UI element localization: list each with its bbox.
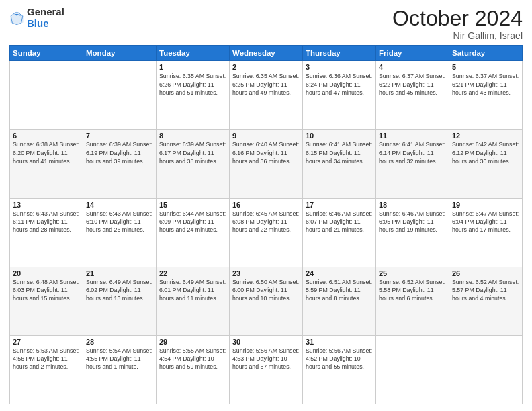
day-number: 21 — [86, 269, 153, 277]
day-info: Sunrise: 5:53 AM Sunset: 4:56 PM Dayligh… — [13, 347, 80, 371]
table-cell: 26Sunrise: 6:52 AM Sunset: 5:57 PM Dayli… — [449, 267, 523, 335]
day-info: Sunrise: 6:49 AM Sunset: 6:01 PM Dayligh… — [159, 278, 226, 303]
table-cell: 29Sunrise: 5:55 AM Sunset: 4:54 PM Dayli… — [157, 335, 230, 404]
day-info: Sunrise: 5:54 AM Sunset: 4:55 PM Dayligh… — [86, 347, 153, 371]
table-cell: 24Sunrise: 6:51 AM Sunset: 5:59 PM Dayli… — [303, 267, 376, 335]
day-number: 11 — [379, 132, 446, 140]
day-number: 12 — [452, 132, 519, 140]
day-number: 19 — [452, 201, 519, 209]
table-cell: 27Sunrise: 5:53 AM Sunset: 4:56 PM Dayli… — [10, 335, 83, 404]
table-cell: 1Sunrise: 6:35 AM Sunset: 6:26 PM Daylig… — [157, 61, 230, 130]
day-info: Sunrise: 6:37 AM Sunset: 6:21 PM Dayligh… — [452, 72, 519, 97]
day-info: Sunrise: 6:51 AM Sunset: 5:59 PM Dayligh… — [306, 278, 373, 303]
table-cell: 17Sunrise: 6:46 AM Sunset: 6:07 PM Dayli… — [303, 198, 376, 267]
weekday-header-row: Sunday Monday Tuesday Wednesday Thursday… — [10, 46, 523, 61]
col-thursday: Thursday — [303, 46, 376, 61]
day-number: 31 — [306, 338, 373, 346]
day-info: Sunrise: 6:35 AM Sunset: 6:26 PM Dayligh… — [159, 72, 226, 97]
col-friday: Friday — [376, 46, 449, 61]
week-row-5: 27Sunrise: 5:53 AM Sunset: 4:56 PM Dayli… — [10, 335, 523, 404]
day-number: 18 — [379, 201, 446, 209]
day-info: Sunrise: 6:37 AM Sunset: 6:22 PM Dayligh… — [379, 72, 446, 97]
title-area: October 2024 Nir Gallim, Israel — [392, 7, 523, 41]
day-number: 17 — [306, 201, 373, 209]
table-cell: 3Sunrise: 6:36 AM Sunset: 6:24 PM Daylig… — [303, 61, 376, 130]
generalblue-logo-icon — [9, 11, 24, 26]
logo: General Blue — [9, 7, 64, 29]
table-cell: 20Sunrise: 6:48 AM Sunset: 6:03 PM Dayli… — [10, 267, 83, 335]
table-cell: 6Sunrise: 6:38 AM Sunset: 6:20 PM Daylig… — [10, 130, 83, 198]
table-cell: 8Sunrise: 6:39 AM Sunset: 6:17 PM Daylig… — [157, 130, 230, 198]
location: Nir Gallim, Israel — [392, 30, 523, 41]
day-info: Sunrise: 6:50 AM Sunset: 6:00 PM Dayligh… — [232, 278, 300, 303]
table-cell: 15Sunrise: 6:44 AM Sunset: 6:09 PM Dayli… — [157, 198, 230, 267]
logo-general-text: General — [27, 7, 64, 18]
day-number: 6 — [13, 132, 80, 140]
day-number: 5 — [452, 63, 519, 71]
day-info: Sunrise: 6:44 AM Sunset: 6:09 PM Dayligh… — [159, 210, 226, 234]
table-cell: 23Sunrise: 6:50 AM Sunset: 6:00 PM Dayli… — [230, 267, 303, 335]
table-cell: 4Sunrise: 6:37 AM Sunset: 6:22 PM Daylig… — [376, 61, 449, 130]
table-cell: 10Sunrise: 6:41 AM Sunset: 6:15 PM Dayli… — [303, 130, 376, 198]
month-title: October 2024 — [392, 7, 523, 30]
day-number: 13 — [13, 201, 80, 209]
col-tuesday: Tuesday — [157, 46, 230, 61]
table-cell: 12Sunrise: 6:42 AM Sunset: 6:12 PM Dayli… — [449, 130, 523, 198]
day-number: 1 — [159, 63, 226, 71]
table-cell: 25Sunrise: 6:52 AM Sunset: 5:58 PM Dayli… — [376, 267, 449, 335]
day-info: Sunrise: 5:56 AM Sunset: 4:53 PM Dayligh… — [232, 347, 300, 371]
day-info: Sunrise: 6:45 AM Sunset: 6:08 PM Dayligh… — [232, 210, 300, 234]
table-cell: 30Sunrise: 5:56 AM Sunset: 4:53 PM Dayli… — [230, 335, 303, 404]
day-number: 2 — [232, 63, 300, 71]
week-row-3: 13Sunrise: 6:43 AM Sunset: 6:11 PM Dayli… — [10, 198, 523, 267]
table-cell — [10, 61, 83, 130]
table-cell: 19Sunrise: 6:47 AM Sunset: 6:04 PM Dayli… — [449, 198, 523, 267]
table-cell: 22Sunrise: 6:49 AM Sunset: 6:01 PM Dayli… — [157, 267, 230, 335]
col-monday: Monday — [83, 46, 157, 61]
col-saturday: Saturday — [449, 46, 523, 61]
day-number: 14 — [86, 201, 153, 209]
day-info: Sunrise: 6:43 AM Sunset: 6:11 PM Dayligh… — [13, 210, 80, 234]
day-info: Sunrise: 6:35 AM Sunset: 6:25 PM Dayligh… — [232, 72, 300, 97]
day-info: Sunrise: 6:41 AM Sunset: 6:14 PM Dayligh… — [379, 140, 446, 165]
day-number: 15 — [159, 201, 226, 209]
day-info: Sunrise: 6:36 AM Sunset: 6:24 PM Dayligh… — [306, 72, 373, 97]
table-cell: 14Sunrise: 6:43 AM Sunset: 6:10 PM Dayli… — [83, 198, 157, 267]
day-number: 26 — [452, 269, 519, 277]
table-cell: 18Sunrise: 6:46 AM Sunset: 6:05 PM Dayli… — [376, 198, 449, 267]
day-number: 20 — [13, 269, 80, 277]
day-number: 10 — [306, 132, 373, 140]
table-cell: 7Sunrise: 6:39 AM Sunset: 6:19 PM Daylig… — [83, 130, 157, 198]
day-number: 25 — [379, 269, 446, 277]
week-row-2: 6Sunrise: 6:38 AM Sunset: 6:20 PM Daylig… — [10, 130, 523, 198]
table-cell — [449, 335, 523, 404]
table-cell: 31Sunrise: 5:56 AM Sunset: 4:52 PM Dayli… — [303, 335, 376, 404]
table-cell — [376, 335, 449, 404]
col-wednesday: Wednesday — [230, 46, 303, 61]
table-cell: 21Sunrise: 6:49 AM Sunset: 6:02 PM Dayli… — [83, 267, 157, 335]
table-cell: 11Sunrise: 6:41 AM Sunset: 6:14 PM Dayli… — [376, 130, 449, 198]
day-info: Sunrise: 6:38 AM Sunset: 6:20 PM Dayligh… — [13, 140, 80, 165]
day-number: 29 — [159, 338, 226, 346]
day-info: Sunrise: 6:49 AM Sunset: 6:02 PM Dayligh… — [86, 278, 153, 303]
col-sunday: Sunday — [10, 46, 83, 61]
day-info: Sunrise: 6:47 AM Sunset: 6:04 PM Dayligh… — [452, 210, 519, 234]
day-number: 22 — [159, 269, 226, 277]
calendar-table: Sunday Monday Tuesday Wednesday Thursday… — [9, 45, 523, 404]
day-number: 30 — [232, 338, 300, 346]
day-number: 24 — [306, 269, 373, 277]
logo-text: General Blue — [27, 7, 64, 29]
table-cell: 13Sunrise: 6:43 AM Sunset: 6:11 PM Dayli… — [10, 198, 83, 267]
day-number: 9 — [232, 132, 300, 140]
table-cell: 5Sunrise: 6:37 AM Sunset: 6:21 PM Daylig… — [449, 61, 523, 130]
day-info: Sunrise: 6:39 AM Sunset: 6:17 PM Dayligh… — [159, 140, 226, 165]
day-info: Sunrise: 6:46 AM Sunset: 6:05 PM Dayligh… — [379, 210, 446, 234]
header: General Blue October 2024 Nir Gallim, Is… — [9, 7, 523, 41]
day-number: 16 — [232, 201, 300, 209]
day-info: Sunrise: 6:48 AM Sunset: 6:03 PM Dayligh… — [13, 278, 80, 303]
day-info: Sunrise: 5:56 AM Sunset: 4:52 PM Dayligh… — [306, 347, 373, 371]
day-number: 4 — [379, 63, 446, 71]
table-cell: 16Sunrise: 6:45 AM Sunset: 6:08 PM Dayli… — [230, 198, 303, 267]
day-info: Sunrise: 6:41 AM Sunset: 6:15 PM Dayligh… — [306, 140, 373, 165]
day-number: 7 — [86, 132, 153, 140]
